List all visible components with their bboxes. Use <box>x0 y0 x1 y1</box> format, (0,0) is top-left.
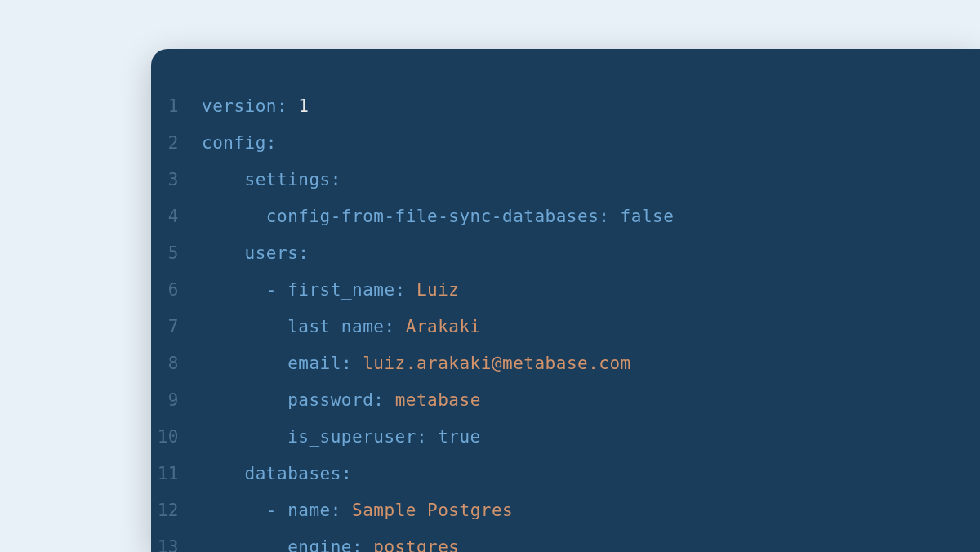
line-content: config: <box>202 125 277 162</box>
line-number: 7 <box>151 309 202 345</box>
code-line: 3 settings: <box>151 162 980 198</box>
code-token <box>202 501 266 520</box>
code-line: 8 email: luiz.arakaki@metabase.com <box>151 345 980 382</box>
code-token: : <box>416 427 427 447</box>
code-line: 6 - first_name: Luiz <box>151 272 980 309</box>
code-token <box>202 207 266 226</box>
line-number: 8 <box>151 345 202 382</box>
line-content: databases: <box>202 456 352 492</box>
code-token: true <box>438 427 481 447</box>
code-token: password <box>287 390 373 410</box>
line-number: 11 <box>151 456 202 492</box>
line-content: email: luiz.arakaki@metabase.com <box>202 345 631 382</box>
code-token: : <box>373 390 384 410</box>
code-line: 1version: 1 <box>151 88 980 125</box>
line-content: is_superuser: true <box>202 419 481 456</box>
line-number: 12 <box>151 492 202 529</box>
code-token: metabase <box>395 390 481 410</box>
code-token: email <box>287 354 341 373</box>
code-token <box>395 317 406 336</box>
line-content: - first_name: Luiz <box>202 272 460 309</box>
code-token: - <box>266 280 277 300</box>
code-token <box>202 464 245 483</box>
code-editor: 1version: 12config:3 settings:4 config-f… <box>151 49 980 552</box>
code-line: 5 users: <box>151 235 980 272</box>
code-token <box>202 427 287 447</box>
code-token: config <box>202 133 266 153</box>
code-token: : <box>384 317 394 336</box>
line-content: - name: Sample Postgres <box>202 492 513 529</box>
code-token <box>287 96 298 116</box>
code-token: version <box>202 96 277 116</box>
line-content: last_name: Arakaki <box>202 309 481 345</box>
code-line: 9 password: metabase <box>151 382 980 419</box>
code-token <box>202 354 287 373</box>
line-number: 2 <box>151 125 202 162</box>
code-token <box>202 280 266 300</box>
code-token: luiz.arakaki@metabase.com <box>363 354 631 373</box>
code-token: databases <box>245 464 341 483</box>
code-token <box>202 317 287 336</box>
line-number: 10 <box>151 419 202 456</box>
code-line: 7 last_name: Arakaki <box>151 309 980 345</box>
code-token <box>406 280 416 300</box>
code-token <box>202 390 287 410</box>
code-token: : <box>341 464 352 483</box>
line-content: settings: <box>202 162 341 198</box>
code-token: name <box>287 501 331 520</box>
code-token: : <box>266 133 277 153</box>
code-token: Arakaki <box>406 317 481 336</box>
code-token <box>352 354 363 373</box>
code-line: 11 databases: <box>151 456 980 492</box>
code-line: 2config: <box>151 125 980 162</box>
line-content: version: 1 <box>202 88 309 125</box>
code-token: is_superuser <box>287 427 416 447</box>
code-token <box>341 501 352 520</box>
code-line: 12 - name: Sample Postgres <box>151 492 980 529</box>
line-content: engine: postgres <box>202 529 459 552</box>
code-token: : <box>352 537 363 552</box>
code-token: : <box>298 243 309 263</box>
line-number: 9 <box>151 382 202 419</box>
code-token: settings <box>245 170 331 189</box>
code-token <box>202 537 287 552</box>
code-line: 13 engine: postgres <box>151 529 980 552</box>
code-token: : <box>395 280 406 300</box>
code-token <box>277 501 287 520</box>
code-line: 4 config-from-file-sync-databases: false <box>151 198 980 235</box>
line-number: 1 <box>151 88 202 125</box>
code-token <box>363 537 373 552</box>
code-token: first_name <box>287 280 394 300</box>
code-line: 10 is_superuser: true <box>151 419 980 456</box>
code-token <box>609 207 620 226</box>
code-token: : <box>599 207 609 226</box>
code-token <box>202 243 245 263</box>
line-content: users: <box>202 235 309 272</box>
code-token: config-from-file-sync-databases <box>266 207 599 226</box>
code-token: users <box>245 243 299 263</box>
code-token: : <box>331 501 341 520</box>
line-number: 3 <box>151 162 202 198</box>
line-number: 5 <box>151 235 202 272</box>
code-token: : <box>277 96 287 116</box>
code-token: : <box>341 354 352 373</box>
line-content: config-from-file-sync-databases: false <box>202 198 674 235</box>
code-token: : <box>331 170 341 189</box>
code-token: - <box>266 501 277 520</box>
code-token: Sample Postgres <box>352 501 513 520</box>
code-token <box>384 390 394 410</box>
line-content: password: metabase <box>202 382 481 419</box>
code-token: Luiz <box>416 280 460 300</box>
code-token: postgres <box>373 537 459 552</box>
code-token <box>277 280 287 300</box>
code-container: 1version: 12config:3 settings:4 config-f… <box>151 88 980 552</box>
code-token: engine <box>287 537 352 552</box>
code-token: 1 <box>298 96 309 116</box>
code-token: false <box>621 207 675 226</box>
code-token: last_name <box>287 317 384 336</box>
line-number: 4 <box>151 198 202 235</box>
code-token <box>427 427 438 447</box>
line-number: 13 <box>151 529 202 552</box>
code-token <box>202 170 245 189</box>
line-number: 6 <box>151 272 202 309</box>
